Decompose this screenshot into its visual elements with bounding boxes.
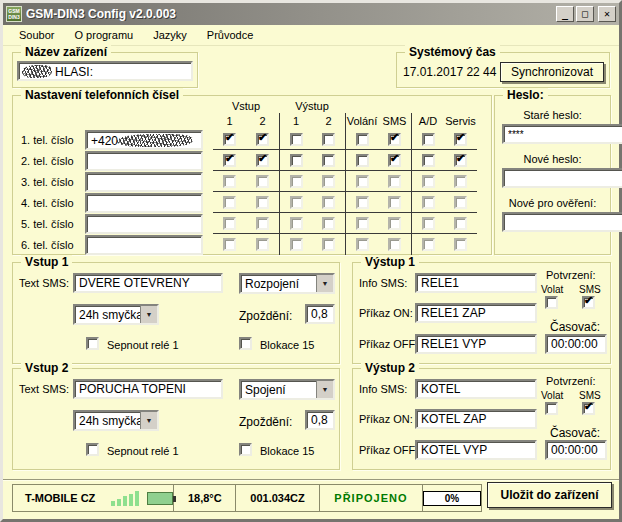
phone-row3-2-checkbox[interactable] bbox=[322, 175, 335, 188]
phone-row4-1-checkbox[interactable] bbox=[223, 196, 236, 209]
input1-loop-select[interactable]: 24h smyčka ▼ bbox=[73, 304, 159, 325]
phone-row4-servis-checkbox[interactable] bbox=[454, 196, 467, 209]
input2-loop-select[interactable]: 24h smyčka ▼ bbox=[73, 410, 159, 431]
phone-row5-sms-checkbox[interactable] bbox=[388, 217, 401, 230]
input1-mode-select[interactable]: Rozpojení ▼ bbox=[239, 273, 335, 294]
phone-row6-1-checkbox[interactable] bbox=[290, 238, 303, 251]
phone-row1-sms-checkbox[interactable] bbox=[388, 133, 401, 146]
input2-text-sms-field[interactable] bbox=[73, 379, 223, 399]
phone-row3-2-checkbox[interactable] bbox=[256, 175, 269, 188]
output2-off-field[interactable] bbox=[415, 440, 537, 460]
close-button[interactable]: ✕ bbox=[598, 6, 616, 22]
phone-row3-a/d-checkbox[interactable] bbox=[422, 175, 435, 188]
phone-checkbox-cell bbox=[378, 192, 411, 213]
phone-row1-2-checkbox[interactable] bbox=[322, 133, 335, 146]
phone-row5-servis-checkbox[interactable] bbox=[454, 217, 467, 230]
phone-row4-volání-checkbox[interactable] bbox=[356, 196, 369, 209]
phone-row5-volání-checkbox[interactable] bbox=[356, 217, 369, 230]
phone-row1-a/d-checkbox[interactable] bbox=[422, 133, 435, 146]
save-to-device-button[interactable]: Uložit do zařízení bbox=[487, 482, 612, 508]
phone-row3-volání-checkbox[interactable] bbox=[356, 175, 369, 188]
phone-row2-sms-checkbox[interactable] bbox=[388, 154, 401, 167]
output2-info-field[interactable] bbox=[415, 379, 537, 399]
menu-o-programu[interactable]: O programu bbox=[64, 27, 143, 43]
phone-row3-sms-checkbox[interactable] bbox=[388, 175, 401, 188]
chevron-down-icon[interactable]: ▼ bbox=[140, 412, 157, 429]
maximize-button[interactable]: □ bbox=[576, 6, 594, 22]
output1-volat-checkbox[interactable] bbox=[545, 296, 558, 309]
input2-mode-select[interactable]: Spojení ▼ bbox=[239, 379, 335, 400]
phone-row2-1-checkbox[interactable] bbox=[290, 154, 303, 167]
phone-row2-servis-checkbox[interactable] bbox=[454, 154, 467, 167]
output1-sms-checkbox[interactable] bbox=[582, 296, 595, 309]
synchronize-button[interactable]: Synchronizovat bbox=[500, 62, 604, 82]
phone-row2-volání-checkbox[interactable] bbox=[356, 154, 369, 167]
chevron-down-icon[interactable]: ▼ bbox=[316, 275, 333, 292]
phone-number-field-5[interactable] bbox=[85, 214, 203, 234]
phone-row1-1-checkbox[interactable] bbox=[290, 133, 303, 146]
phone-row3-1-checkbox[interactable] bbox=[223, 175, 236, 188]
menu-pruvodce[interactable]: Průvodce bbox=[197, 27, 263, 43]
phone-number-field-4[interactable] bbox=[85, 193, 203, 213]
phone-row2-2-checkbox[interactable] bbox=[322, 154, 335, 167]
old-password-field[interactable] bbox=[502, 124, 622, 144]
phone-row5-2-checkbox[interactable] bbox=[256, 217, 269, 230]
phone-number-field-3[interactable] bbox=[85, 172, 203, 192]
system-time-title: Systémový čas bbox=[405, 45, 500, 59]
phone-number-field-2[interactable] bbox=[85, 151, 203, 171]
output2-volat-checkbox[interactable] bbox=[545, 402, 558, 415]
input2-relay-checkbox[interactable] bbox=[86, 443, 99, 456]
chevron-down-icon[interactable]: ▼ bbox=[140, 306, 157, 323]
output1-timer-field[interactable] bbox=[545, 334, 607, 354]
phone-number-field-1[interactable]: +420 bbox=[85, 130, 203, 150]
input2-delay-field[interactable] bbox=[305, 410, 335, 430]
phone-row1-1-checkbox[interactable] bbox=[223, 133, 236, 146]
phone-row5-1-checkbox[interactable] bbox=[223, 217, 236, 230]
phone-checkbox-grid: 1212VoláníSMSA/DServis bbox=[213, 113, 477, 255]
output1-on-field[interactable] bbox=[415, 303, 537, 323]
device-name-field[interactable]: HLASI: bbox=[17, 61, 193, 81]
input1-block-checkbox[interactable] bbox=[239, 337, 252, 350]
phone-row6-2-checkbox[interactable] bbox=[256, 238, 269, 251]
menu-jazyky[interactable]: Jazyky bbox=[143, 27, 197, 43]
minimize-button[interactable]: _ bbox=[556, 6, 574, 22]
phone-row2-1-checkbox[interactable] bbox=[223, 154, 236, 167]
phone-row4-sms-checkbox[interactable] bbox=[388, 196, 401, 209]
input1-text-sms-field[interactable] bbox=[73, 273, 223, 293]
output1-off-field[interactable] bbox=[415, 334, 537, 354]
phone-checkbox-cell bbox=[345, 234, 378, 255]
phone-number-field-6[interactable] bbox=[85, 235, 203, 255]
phone-row4-2-checkbox[interactable] bbox=[256, 196, 269, 209]
chevron-down-icon[interactable]: ▼ bbox=[316, 381, 333, 398]
phone-row2-a/d-checkbox[interactable] bbox=[422, 154, 435, 167]
input1-delay-field[interactable] bbox=[305, 304, 335, 324]
phone-row5-a/d-checkbox[interactable] bbox=[422, 217, 435, 230]
input1-relay-checkbox[interactable] bbox=[86, 337, 99, 350]
phone-row4-1-checkbox[interactable] bbox=[290, 196, 303, 209]
input2-block-checkbox[interactable] bbox=[239, 443, 252, 456]
phone-row1-volání-checkbox[interactable] bbox=[356, 133, 369, 146]
phone-row4-2-checkbox[interactable] bbox=[322, 196, 335, 209]
verify-password-field[interactable] bbox=[502, 212, 622, 232]
phone-row3-1-checkbox[interactable] bbox=[290, 175, 303, 188]
new-password-field[interactable] bbox=[502, 168, 622, 188]
phone-row2-2-checkbox[interactable] bbox=[256, 154, 269, 167]
phone-row6-servis-checkbox[interactable] bbox=[454, 238, 467, 251]
output1-info-field[interactable] bbox=[415, 273, 537, 293]
phone-row5-2-checkbox[interactable] bbox=[322, 217, 335, 230]
menu-soubor[interactable]: Soubor bbox=[9, 27, 64, 43]
phone-row6-volání-checkbox[interactable] bbox=[356, 238, 369, 251]
phone-row6-2-checkbox[interactable] bbox=[322, 238, 335, 251]
output2-timer-field[interactable] bbox=[545, 440, 607, 460]
phone-row6-sms-checkbox[interactable] bbox=[388, 238, 401, 251]
phone-row1-2-checkbox[interactable] bbox=[256, 133, 269, 146]
phone-row3-servis-checkbox[interactable] bbox=[454, 175, 467, 188]
titlebar[interactable]: GSM DIN3 GSM-DIN3 Config v2.0.003 _ □ ✕ bbox=[3, 3, 619, 25]
phone-row5-1-checkbox[interactable] bbox=[290, 217, 303, 230]
output2-on-field[interactable] bbox=[415, 409, 537, 429]
phone-row4-a/d-checkbox[interactable] bbox=[422, 196, 435, 209]
phone-row6-a/d-checkbox[interactable] bbox=[422, 238, 435, 251]
phone-row6-1-checkbox[interactable] bbox=[223, 238, 236, 251]
output2-sms-checkbox[interactable] bbox=[582, 402, 595, 415]
phone-row1-servis-checkbox[interactable] bbox=[454, 133, 467, 146]
